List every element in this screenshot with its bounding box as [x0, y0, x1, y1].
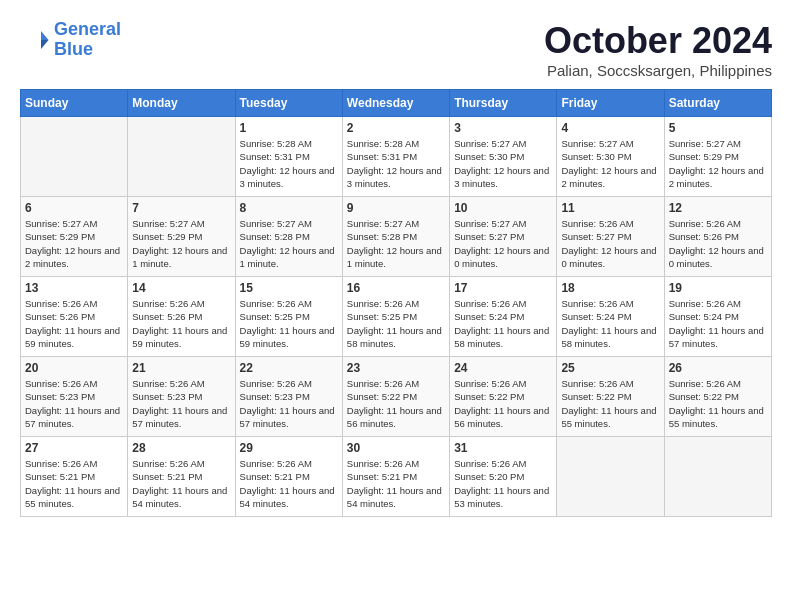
day-cell: 15Sunrise: 5:26 AM Sunset: 5:25 PM Dayli… — [235, 277, 342, 357]
day-number: 15 — [240, 281, 338, 295]
day-cell: 13Sunrise: 5:26 AM Sunset: 5:26 PM Dayli… — [21, 277, 128, 357]
header-cell-friday: Friday — [557, 90, 664, 117]
day-cell: 28Sunrise: 5:26 AM Sunset: 5:21 PM Dayli… — [128, 437, 235, 517]
day-info: Sunrise: 5:26 AM Sunset: 5:22 PM Dayligh… — [347, 377, 445, 430]
day-number: 16 — [347, 281, 445, 295]
day-info: Sunrise: 5:27 AM Sunset: 5:29 PM Dayligh… — [25, 217, 123, 270]
logo-general: General — [54, 19, 121, 39]
title-area: October 2024 Palian, Soccsksargen, Phili… — [544, 20, 772, 79]
day-cell: 24Sunrise: 5:26 AM Sunset: 5:22 PM Dayli… — [450, 357, 557, 437]
logo: General Blue — [20, 20, 121, 60]
day-number: 24 — [454, 361, 552, 375]
day-cell: 4Sunrise: 5:27 AM Sunset: 5:30 PM Daylig… — [557, 117, 664, 197]
day-info: Sunrise: 5:26 AM Sunset: 5:24 PM Dayligh… — [561, 297, 659, 350]
day-info: Sunrise: 5:26 AM Sunset: 5:23 PM Dayligh… — [25, 377, 123, 430]
logo-blue: Blue — [54, 40, 121, 60]
day-cell: 20Sunrise: 5:26 AM Sunset: 5:23 PM Dayli… — [21, 357, 128, 437]
day-number: 1 — [240, 121, 338, 135]
week-row-1: 1Sunrise: 5:28 AM Sunset: 5:31 PM Daylig… — [21, 117, 772, 197]
day-number: 9 — [347, 201, 445, 215]
day-cell: 29Sunrise: 5:26 AM Sunset: 5:21 PM Dayli… — [235, 437, 342, 517]
svg-marker-0 — [41, 31, 49, 40]
day-cell: 11Sunrise: 5:26 AM Sunset: 5:27 PM Dayli… — [557, 197, 664, 277]
day-info: Sunrise: 5:27 AM Sunset: 5:30 PM Dayligh… — [561, 137, 659, 190]
day-number: 28 — [132, 441, 230, 455]
header-cell-wednesday: Wednesday — [342, 90, 449, 117]
day-cell: 16Sunrise: 5:26 AM Sunset: 5:25 PM Dayli… — [342, 277, 449, 357]
header: General Blue October 2024 Palian, Soccsk… — [20, 20, 772, 79]
day-number: 23 — [347, 361, 445, 375]
day-info: Sunrise: 5:27 AM Sunset: 5:27 PM Dayligh… — [454, 217, 552, 270]
week-row-5: 27Sunrise: 5:26 AM Sunset: 5:21 PM Dayli… — [21, 437, 772, 517]
day-number: 31 — [454, 441, 552, 455]
day-cell: 21Sunrise: 5:26 AM Sunset: 5:23 PM Dayli… — [128, 357, 235, 437]
day-cell: 9Sunrise: 5:27 AM Sunset: 5:28 PM Daylig… — [342, 197, 449, 277]
day-info: Sunrise: 5:26 AM Sunset: 5:27 PM Dayligh… — [561, 217, 659, 270]
week-row-4: 20Sunrise: 5:26 AM Sunset: 5:23 PM Dayli… — [21, 357, 772, 437]
day-number: 22 — [240, 361, 338, 375]
calendar-body: 1Sunrise: 5:28 AM Sunset: 5:31 PM Daylig… — [21, 117, 772, 517]
day-cell: 14Sunrise: 5:26 AM Sunset: 5:26 PM Dayli… — [128, 277, 235, 357]
day-cell: 17Sunrise: 5:26 AM Sunset: 5:24 PM Dayli… — [450, 277, 557, 357]
day-info: Sunrise: 5:28 AM Sunset: 5:31 PM Dayligh… — [240, 137, 338, 190]
week-row-3: 13Sunrise: 5:26 AM Sunset: 5:26 PM Dayli… — [21, 277, 772, 357]
day-number: 29 — [240, 441, 338, 455]
day-cell: 19Sunrise: 5:26 AM Sunset: 5:24 PM Dayli… — [664, 277, 771, 357]
day-number: 17 — [454, 281, 552, 295]
day-cell — [21, 117, 128, 197]
day-info: Sunrise: 5:26 AM Sunset: 5:23 PM Dayligh… — [132, 377, 230, 430]
day-number: 21 — [132, 361, 230, 375]
day-number: 20 — [25, 361, 123, 375]
day-number: 7 — [132, 201, 230, 215]
calendar-table: SundayMondayTuesdayWednesdayThursdayFrid… — [20, 89, 772, 517]
week-row-2: 6Sunrise: 5:27 AM Sunset: 5:29 PM Daylig… — [21, 197, 772, 277]
day-cell: 26Sunrise: 5:26 AM Sunset: 5:22 PM Dayli… — [664, 357, 771, 437]
day-info: Sunrise: 5:26 AM Sunset: 5:26 PM Dayligh… — [25, 297, 123, 350]
day-info: Sunrise: 5:27 AM Sunset: 5:28 PM Dayligh… — [347, 217, 445, 270]
header-cell-monday: Monday — [128, 90, 235, 117]
day-cell: 6Sunrise: 5:27 AM Sunset: 5:29 PM Daylig… — [21, 197, 128, 277]
day-number: 19 — [669, 281, 767, 295]
day-info: Sunrise: 5:27 AM Sunset: 5:29 PM Dayligh… — [132, 217, 230, 270]
day-info: Sunrise: 5:26 AM Sunset: 5:24 PM Dayligh… — [669, 297, 767, 350]
day-info: Sunrise: 5:28 AM Sunset: 5:31 PM Dayligh… — [347, 137, 445, 190]
logo-text: General Blue — [54, 20, 121, 60]
day-number: 13 — [25, 281, 123, 295]
month-title: October 2024 — [544, 20, 772, 62]
day-info: Sunrise: 5:26 AM Sunset: 5:23 PM Dayligh… — [240, 377, 338, 430]
location-subtitle: Palian, Soccsksargen, Philippines — [544, 62, 772, 79]
day-cell: 18Sunrise: 5:26 AM Sunset: 5:24 PM Dayli… — [557, 277, 664, 357]
header-cell-thursday: Thursday — [450, 90, 557, 117]
svg-marker-1 — [41, 40, 49, 49]
day-cell — [557, 437, 664, 517]
day-info: Sunrise: 5:26 AM Sunset: 5:26 PM Dayligh… — [132, 297, 230, 350]
day-info: Sunrise: 5:26 AM Sunset: 5:21 PM Dayligh… — [347, 457, 445, 510]
day-number: 27 — [25, 441, 123, 455]
day-cell: 22Sunrise: 5:26 AM Sunset: 5:23 PM Dayli… — [235, 357, 342, 437]
header-cell-saturday: Saturday — [664, 90, 771, 117]
header-row: SundayMondayTuesdayWednesdayThursdayFrid… — [21, 90, 772, 117]
day-number: 18 — [561, 281, 659, 295]
day-number: 30 — [347, 441, 445, 455]
day-number: 12 — [669, 201, 767, 215]
day-number: 2 — [347, 121, 445, 135]
day-number: 10 — [454, 201, 552, 215]
day-info: Sunrise: 5:26 AM Sunset: 5:21 PM Dayligh… — [25, 457, 123, 510]
day-cell: 27Sunrise: 5:26 AM Sunset: 5:21 PM Dayli… — [21, 437, 128, 517]
day-number: 26 — [669, 361, 767, 375]
day-cell: 1Sunrise: 5:28 AM Sunset: 5:31 PM Daylig… — [235, 117, 342, 197]
day-number: 3 — [454, 121, 552, 135]
day-cell: 25Sunrise: 5:26 AM Sunset: 5:22 PM Dayli… — [557, 357, 664, 437]
day-cell: 5Sunrise: 5:27 AM Sunset: 5:29 PM Daylig… — [664, 117, 771, 197]
day-info: Sunrise: 5:26 AM Sunset: 5:25 PM Dayligh… — [347, 297, 445, 350]
day-info: Sunrise: 5:26 AM Sunset: 5:22 PM Dayligh… — [561, 377, 659, 430]
day-number: 8 — [240, 201, 338, 215]
day-info: Sunrise: 5:26 AM Sunset: 5:22 PM Dayligh… — [669, 377, 767, 430]
day-cell: 30Sunrise: 5:26 AM Sunset: 5:21 PM Dayli… — [342, 437, 449, 517]
day-info: Sunrise: 5:26 AM Sunset: 5:22 PM Dayligh… — [454, 377, 552, 430]
logo-icon — [20, 25, 50, 55]
calendar-header: SundayMondayTuesdayWednesdayThursdayFrid… — [21, 90, 772, 117]
day-info: Sunrise: 5:26 AM Sunset: 5:25 PM Dayligh… — [240, 297, 338, 350]
day-info: Sunrise: 5:26 AM Sunset: 5:21 PM Dayligh… — [132, 457, 230, 510]
day-number: 5 — [669, 121, 767, 135]
